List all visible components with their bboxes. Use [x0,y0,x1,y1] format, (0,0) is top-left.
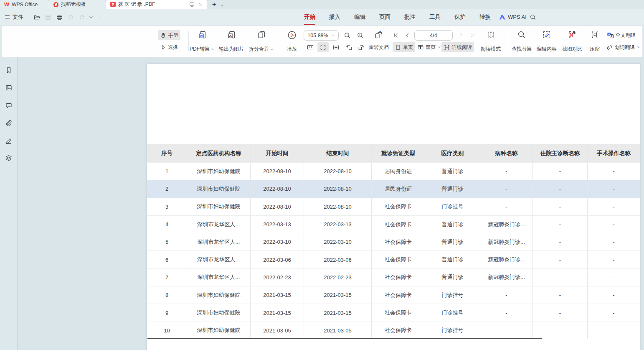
ribbon-tab-home[interactable]: 开始 [303,13,316,21]
compress-button[interactable]: 压缩 [586,29,604,54]
next-page-button[interactable] [456,30,467,40]
zoom-in-button[interactable] [355,30,366,40]
chevron-down-icon [437,45,441,49]
ribbon-tab-insert[interactable]: 插入 [328,13,341,21]
signature-panel-button[interactable] [3,135,14,146]
select-tool-button[interactable]: 选择 [158,42,180,52]
double-page-button[interactable]: 双页 [415,42,444,52]
save-button[interactable] [43,12,53,22]
wps-ai-button[interactable]: WPS AI [499,9,527,25]
zoom-out-button[interactable] [342,30,353,40]
table-cell: 2022-03-13 [251,216,304,233]
pdf-page[interactable]: 序号定点医药机构名称开始时间结束时间就诊凭证类型医疗类别病种名称住院主诊断名称手… [147,64,640,350]
layers-panel-button[interactable] [3,153,14,164]
tab-wps-office[interactable]: W WPS Office [0,0,49,9]
table-row: 2深圳市妇幼保健院2022-08-102022-08-10居民身份证普通门诊--… [147,180,640,197]
more-commands-button[interactable] [87,12,95,22]
table-cell: 2021-03-05 [251,322,304,339]
tab-list-chevron-icon[interactable]: ⌄ [221,3,224,7]
ribbon-tab-tools[interactable]: 工具 [428,13,441,21]
split-merge-button[interactable]: 拆分合并 [246,29,277,54]
rotate-right-button[interactable] [355,42,367,52]
find-replace-button[interactable]: 查找替换 [509,29,535,54]
zoom-out-icon [344,32,351,39]
svg-text:W: W [200,34,203,38]
previous-page-button[interactable] [402,30,413,40]
ribbon-tab-protect[interactable]: 保护 [454,13,467,21]
chevron-down-icon [636,45,641,49]
zoom-level-select[interactable]: 105.88% [304,30,339,41]
table-cell: 社会保障卡 [372,198,425,215]
last-page-button[interactable] [467,30,478,40]
ribbon-tab-pages[interactable]: 页面 [378,13,391,21]
rotate-left-button[interactable] [344,42,355,52]
table-cell: 2022-08-10 [304,180,372,197]
split-merge-icon [257,30,266,40]
table-cell: - [588,286,640,304]
redo-button[interactable] [77,12,87,22]
undo-button[interactable] [66,12,76,22]
table-row: 8深圳市妇幼保健院2021-03-152021-03-15社会保障卡门诊挂号--… [147,286,640,304]
comments-panel-button[interactable] [3,100,14,111]
chevron-down-icon [331,33,335,38]
file-menu-button[interactable]: 文件 [4,9,23,25]
open-file-button[interactable] [32,12,42,22]
table-cell: - [588,251,640,268]
table-cell: 2021-03-05 [304,322,372,339]
pdf-convert-button[interactable]: W PDF转换 [186,29,218,54]
close-tab-icon[interactable] [198,2,203,7]
rotate-document-button[interactable]: 旋转文档 [367,42,391,52]
page-number-input[interactable]: 4/4 [414,30,453,41]
fit-page-button[interactable] [317,42,329,52]
table-cell: - [480,163,533,180]
table-cell: 2022-03-06 [251,251,304,268]
tab-document-pdf[interactable]: P 就 医 记 录 .PDF [106,0,207,9]
actual-size-button[interactable]: 1:1 [304,42,316,52]
tab-docer-templates[interactable]: 找稻壳模板 [49,0,106,9]
continuous-read-button[interactable]: 连续阅读 [441,42,474,52]
tab-label: 找稻壳模板 [61,1,86,8]
edit-content-button[interactable]: 编辑内容 [534,29,560,54]
continuous-read-label: 连续阅读 [452,44,472,51]
double-page-icon [417,44,424,51]
table-header-cell: 结束时间 [304,144,372,162]
table-cell: 2022-02-23 [251,269,304,286]
table-cell: 普通门诊 [425,163,480,180]
first-page-button[interactable] [390,30,401,40]
ribbon-tab-edit[interactable]: 编辑 [353,13,366,21]
chevron-down-icon [89,15,94,20]
thumbnail-image-icon [5,84,13,92]
table-header-row: 序号定点医药机构名称开始时间结束时间就诊凭证类型医疗类别病种名称住院主诊断名称手… [147,144,640,162]
fit-width-button[interactable] [330,42,342,52]
play-button[interactable]: 播放 [282,29,302,54]
screenshot-compare-button[interactable]: 截图对比 [560,29,585,54]
swap-pages-button[interactable] [372,30,385,40]
pdf-file-icon: P [110,2,116,7]
table-cell: 10 [147,322,187,339]
new-tab-button[interactable]: + [210,1,218,8]
word-translate-label: 划词翻译 [615,44,635,51]
read-mode-button[interactable]: 阅读模式 [478,29,504,54]
export-image-icon [227,30,236,40]
window-icon[interactable] [189,1,195,8]
single-page-button[interactable]: 单页 [393,42,415,52]
table-cell: 深圳市龙华区人... [187,251,251,268]
bookmarks-panel-button[interactable] [3,65,14,76]
table-cell: 2022-08-10 [251,163,304,180]
medical-records-table: 序号定点医药机构名称开始时间结束时间就诊凭证类型医疗类别病种名称住院主诊断名称手… [147,144,640,339]
thumbnails-panel-button[interactable] [3,82,14,93]
attachments-panel-button[interactable] [3,118,14,128]
hand-tool-button[interactable]: 手型 [158,30,180,40]
table-cell: 2021-03-15 [304,304,372,321]
table-cell: - [533,251,588,268]
ribbon-tab-annotate[interactable]: 批注 [403,13,416,21]
play-icon [287,30,297,40]
wps-ai-logo-icon [499,15,505,20]
tab-label: 就 医 记 录 .PDF [118,1,186,8]
print-button[interactable] [54,12,64,22]
ribbon-tab-convert[interactable]: 转换 [479,13,492,21]
full-text-translate-button[interactable]: A 全文翻译 [605,30,638,40]
word-translate-button[interactable]: A 划词翻译 [604,42,643,52]
ribbon-search-button[interactable] [528,12,538,22]
export-as-image-button[interactable]: 输出为图片 [214,29,249,54]
